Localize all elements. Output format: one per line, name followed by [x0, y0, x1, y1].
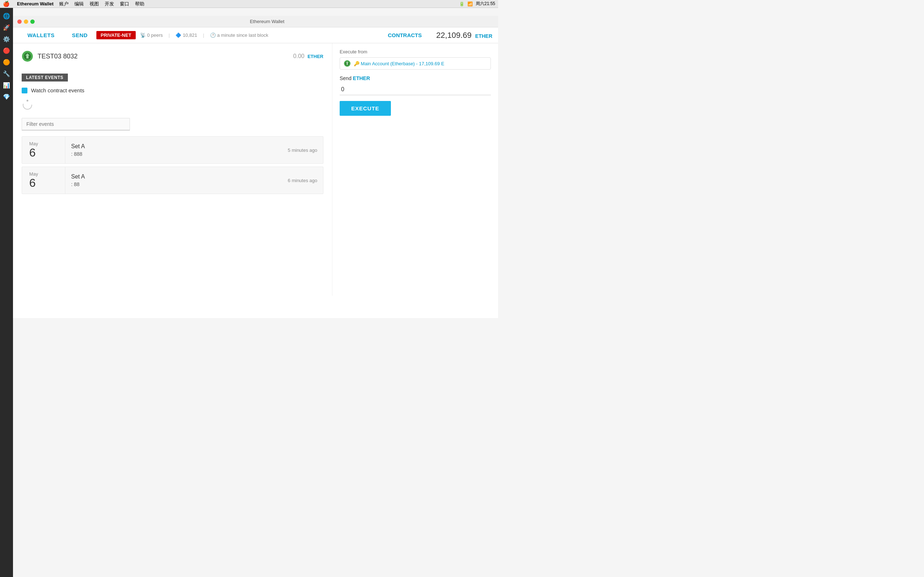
- sidebar-icon-1[interactable]: 🚀: [2, 23, 11, 32]
- events-section: LATEST EVENTS Watch contract events: [22, 74, 323, 194]
- event-day-0: 6: [29, 147, 36, 159]
- contract-area: TEST03 8032 0.00 ETHER LATEST EVENTS Wat…: [13, 43, 332, 296]
- event-details-1: Set A : 88: [65, 167, 282, 193]
- titlebar: Ethereum Wallet: [13, 16, 498, 27]
- separator-1: |: [168, 32, 170, 38]
- watch-checkbox[interactable]: [22, 88, 27, 93]
- event-value-1: : 88: [71, 181, 276, 187]
- event-details-0: Set A : 888: [65, 137, 282, 163]
- watch-events-row: Watch contract events: [22, 87, 323, 93]
- menu-help[interactable]: 帮助: [135, 1, 144, 7]
- sidebar-icon-4[interactable]: 🟠: [2, 57, 11, 67]
- maximize-button[interactable]: [30, 19, 35, 24]
- contract-header: TEST03 8032 0.00 ETHER: [22, 50, 323, 65]
- event-entry-1: May 6 Set A : 88 6 minutes ago: [22, 167, 323, 194]
- event-entry-0: May 6 Set A : 888 5 minutes ago: [22, 136, 323, 164]
- send-ether-unit: ETHER: [353, 76, 370, 81]
- sidebar-icon-3[interactable]: 🔴: [2, 45, 11, 56]
- watch-label: Watch contract events: [31, 87, 84, 93]
- event-month-0: May: [29, 141, 38, 147]
- network-info: 📡 0 peers | 🔷 10,821 | 🕐 a minute since …: [140, 32, 268, 38]
- event-time-1: 6 minutes ago: [282, 167, 323, 193]
- event-date-0: May 6: [22, 137, 65, 163]
- send-ether-label: Send ETHER: [340, 76, 491, 81]
- menubar-items: 账户 编辑 视图 开发 窗口 帮助: [59, 1, 144, 7]
- main-content: TEST03 8032 0.00 ETHER LATEST EVENTS Wat…: [13, 43, 498, 296]
- app-window: Ethereum Wallet WALLETS SEND PRIVATE-NET…: [13, 16, 498, 318]
- close-button[interactable]: [17, 19, 22, 24]
- minimize-button[interactable]: [24, 19, 28, 24]
- spinner-svg: [22, 99, 33, 111]
- sidebar-icon-0[interactable]: 🌐: [2, 11, 11, 21]
- contract-name: TEST03 8032: [37, 53, 289, 60]
- menu-accounts[interactable]: 账户: [59, 1, 69, 7]
- clock-icon: 🕐: [210, 32, 216, 38]
- filter-events-input[interactable]: [22, 118, 130, 131]
- account-selector[interactable]: 🔑 Main Account (Etherbase) - 17,109.69 E: [340, 57, 491, 69]
- account-avatar: [344, 60, 351, 67]
- menu-view[interactable]: 视图: [89, 1, 99, 7]
- event-month-1: May: [29, 171, 38, 177]
- sidebar-icon-6[interactable]: 📊: [2, 80, 11, 90]
- sidebar: 🌐 🚀 ⚙️ 🔴 🟠 🔧 📊 💎: [0, 8, 13, 318]
- svg-point-3: [23, 101, 32, 109]
- clock: 周六21:55: [476, 1, 495, 7]
- events-header-label: LATEST EVENTS: [22, 74, 68, 82]
- traffic-lights: [17, 19, 35, 24]
- menu-edit[interactable]: 编辑: [74, 1, 84, 7]
- sidebar-icon-5[interactable]: 🔧: [2, 69, 11, 79]
- block-icon: 🔷: [175, 32, 181, 38]
- sidebar-icon-7[interactable]: 💎: [2, 92, 11, 102]
- event-day-1: 6: [29, 177, 36, 189]
- menubar: 🍎 Ethereum Wallet 账户 编辑 视图 开发 窗口 帮助 🔋 📶 …: [0, 0, 498, 8]
- event-name-0: Set A: [71, 143, 276, 150]
- wifi-icon: 📶: [467, 2, 473, 6]
- peers-info: 📡 0 peers: [140, 32, 163, 38]
- battery-icon: 🔋: [459, 2, 465, 6]
- event-value-0: : 888: [71, 151, 276, 157]
- execute-button[interactable]: EXECUTE: [340, 101, 391, 116]
- execute-from-label: Execute from: [340, 49, 491, 55]
- separator-2: |: [203, 32, 204, 38]
- event-date-1: May 6: [22, 167, 65, 193]
- account-name: 🔑 Main Account (Etherbase) - 17,109.69 E: [354, 61, 444, 66]
- loading-spinner: [22, 99, 323, 112]
- menu-window[interactable]: 窗口: [120, 1, 129, 7]
- menubar-right: 🔋 📶 周六21:55: [459, 1, 495, 7]
- right-panel: Execute from 🔑 Main Account (Etherbase) …: [332, 43, 498, 296]
- sidebar-icon-2[interactable]: ⚙️: [2, 34, 11, 44]
- ether-amount-input[interactable]: [340, 84, 491, 95]
- event-name-1: Set A: [71, 174, 276, 180]
- wallets-nav[interactable]: WALLETS: [19, 27, 63, 43]
- header-balance: 22,109.69 ETHER: [436, 31, 492, 40]
- menu-develop[interactable]: 开发: [105, 1, 114, 7]
- private-net-badge: PRIVATE-NET: [96, 31, 136, 39]
- svg-point-4: [27, 100, 29, 102]
- signal-icon: 📡: [140, 32, 146, 38]
- contract-balance: 0.00 ETHER: [293, 53, 323, 60]
- header-nav: WALLETS SEND PRIVATE-NET 📡 0 peers | 🔷 1…: [19, 27, 382, 43]
- send-nav[interactable]: SEND: [63, 27, 96, 43]
- contract-icon: [22, 50, 33, 62]
- apple-menu[interactable]: 🍎: [3, 1, 10, 7]
- time-info: 🕐 a minute since last block: [210, 32, 268, 38]
- window-title: Ethereum Wallet: [250, 19, 284, 24]
- app-header: WALLETS SEND PRIVATE-NET 📡 0 peers | 🔷 1…: [13, 27, 498, 43]
- app-name: Ethereum Wallet: [17, 1, 53, 6]
- block-info: 🔷 10,821: [175, 32, 197, 38]
- contracts-nav[interactable]: CONTRACTS: [382, 32, 427, 38]
- event-time-0: 5 minutes ago: [282, 137, 323, 163]
